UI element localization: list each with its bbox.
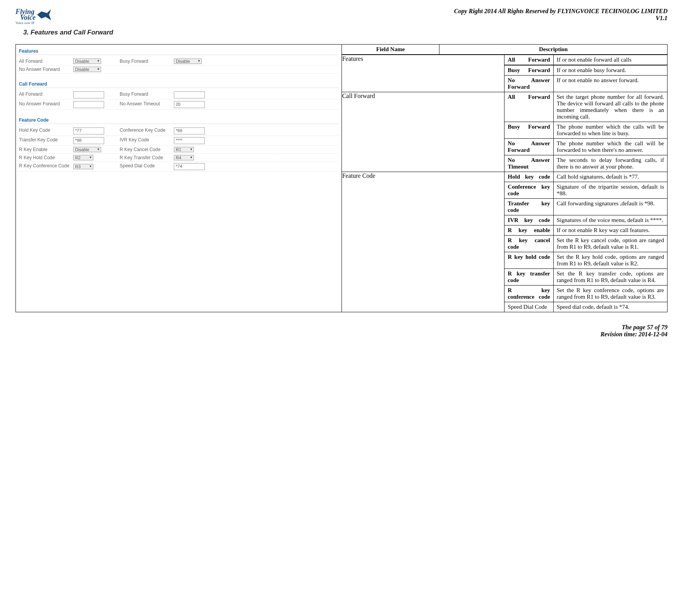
ss-rtransfer-select[interactable]: R4 [174, 155, 194, 160]
ss-noans-forward-select[interactable]: Disable [73, 67, 101, 72]
footer-page: The page 57 of 79 [15, 324, 668, 331]
ss-rhold-select[interactable]: R2 [73, 155, 93, 160]
f-busy-desc: If or not enable busy forward. [553, 65, 667, 75]
c-noans-name: No Answer Forward [505, 139, 553, 155]
ss-cf-timeout-input[interactable]: 20 [174, 101, 205, 108]
ss-rcancel-label: R Key Cancel Code [120, 147, 174, 152]
ss-cf-busy-input[interactable] [174, 91, 205, 98]
c-noans-desc: The phone number which the call will be … [553, 139, 667, 155]
fc-speed-name: Speed Dial Code [505, 302, 553, 312]
fc-rtransfer-desc: Set the R key transfer code, options are… [553, 269, 667, 285]
f-all-desc: If or not enable forward all calls [553, 55, 667, 65]
features-section-label: Features [342, 55, 505, 92]
ss-ivr-label: IVR Key Code [120, 137, 174, 144]
ss-ivr-input[interactable]: **** [174, 137, 205, 144]
ss-all-forward-select[interactable]: Disable [73, 59, 101, 64]
fc-ivr-name: IVR key code [505, 215, 553, 225]
fieldname-header: Field Name [342, 45, 439, 55]
section-title: 3. Features and Call Forward [23, 29, 668, 36]
ss-speed-input[interactable]: *74 [174, 163, 205, 170]
main-table: Features All Forward Disable Busy Forwar… [15, 44, 668, 312]
fc-hold-name: Hold key code [505, 172, 553, 182]
c-busy-name: Busy Forward [505, 122, 553, 138]
ss-all-forward-label: All Forward [19, 59, 73, 64]
featurecode-section-label: Feature Code [342, 172, 505, 312]
ss-transfer-label: Transfer Key Code [19, 137, 73, 144]
f-noans-name: No Answer Forward [505, 76, 553, 92]
ss-features-title: Features [19, 48, 338, 55]
bird-icon [37, 9, 51, 20]
ss-rtransfer-label: R Key Transfer Code [120, 155, 174, 160]
fc-transfer-name: Transfer key code [505, 199, 553, 215]
ss-cf-noans-input[interactable] [73, 101, 104, 108]
fc-hold-desc: Call hold signatures, default is *77. [553, 172, 667, 182]
ss-noans-forward-label: No Answer Forward [19, 67, 73, 72]
fc-rtransfer-name: R key transfer code [505, 269, 553, 285]
description-header: Description [439, 45, 667, 55]
ss-transfer-input[interactable]: *98 [73, 137, 104, 144]
c-all-desc: Set the target phone number for all forw… [553, 92, 667, 122]
ss-cf-busy-label: Busy Forward [120, 91, 174, 98]
ss-callforward-title: Call Forward [19, 81, 338, 88]
config-screenshot: Features All Forward Disable Busy Forwar… [19, 48, 338, 172]
ss-rkey-select[interactable]: Disable [73, 147, 101, 152]
ss-conf-label: Conference Key Code [120, 127, 174, 134]
ss-hold-label: Hold Key Code [19, 127, 73, 134]
fc-rhold-desc: Set the R key hold code, options are ran… [553, 252, 667, 268]
fc-speed-desc: Speed dial code, default is *74. [553, 302, 667, 312]
f-all-name: All Forward [505, 55, 553, 65]
ss-fc-title: Feature Code [19, 117, 338, 124]
fc-ivr-desc: Signatures of the voice menu, default is… [553, 215, 667, 225]
ss-rhold-label: R Key Hold Code [19, 155, 73, 160]
fc-rconf-desc: Set the R key conference code, options a… [553, 286, 667, 302]
fc-rkey-desc: If or not enable R key way call features… [553, 225, 667, 235]
ss-cf-all-input[interactable] [73, 91, 104, 98]
fc-rconf-name: R key conference code [505, 286, 553, 302]
c-timeout-desc: The seconds to delay forwarding calls, i… [553, 155, 667, 172]
ss-rkey-label: R Key Enable [19, 147, 73, 152]
logo-sub: Voice over IP [15, 21, 34, 25]
footer-revision: Revision time: 2014-12-04 [15, 331, 668, 338]
callforward-section-label: Call Forward [342, 92, 505, 172]
ss-rcancel-select[interactable]: R1 [174, 147, 194, 152]
fc-conf-name: Conference key code [505, 182, 553, 198]
ss-conf-input[interactable]: *88 [174, 127, 205, 134]
ss-speed-label: Speed Dial Code [120, 163, 174, 170]
ss-hold-input[interactable]: *77 [73, 127, 104, 134]
f-busy-name: Busy Forward [505, 65, 553, 75]
c-busy-desc: The phone number which the calls will be… [553, 122, 667, 138]
logo-line2: Voice [15, 14, 36, 22]
ss-cf-timeout-label: No Answer Timeout [120, 101, 174, 108]
ss-cf-all-label: All Forward [19, 91, 73, 98]
f-noans-desc: If or not enable no answer forward. [553, 76, 667, 92]
fc-rkey-name: R key enable [505, 225, 553, 235]
c-timeout-name: No Answer Timeout [505, 155, 553, 172]
ss-busy-forward-label: Busy Forward [120, 59, 174, 64]
ss-busy-forward-select[interactable]: Disable [174, 59, 202, 64]
ss-rconf-select[interactable]: R3 [73, 164, 93, 169]
fc-rcancel-desc: Set the R key cancel code, option are ra… [553, 236, 667, 252]
logo: Flying Voice Voice over IP [15, 8, 51, 25]
c-all-name: All Forward [505, 92, 553, 122]
fc-conf-desc: Signature of the tripartite session, def… [553, 182, 667, 198]
header-copyright: Copy Right 2014 All Rights Reserved by F… [454, 8, 668, 15]
fc-rcancel-name: R key cancel code [505, 236, 553, 252]
ss-cf-noans-label: No Answer Forward [19, 101, 73, 108]
fc-rhold-name: R key hold code [505, 252, 553, 268]
header-version: V1.1 [454, 15, 668, 22]
ss-rconf-label: R Key Conference Code [19, 163, 73, 170]
fc-transfer-desc: Call forwarding signatures ,default is *… [553, 199, 667, 215]
